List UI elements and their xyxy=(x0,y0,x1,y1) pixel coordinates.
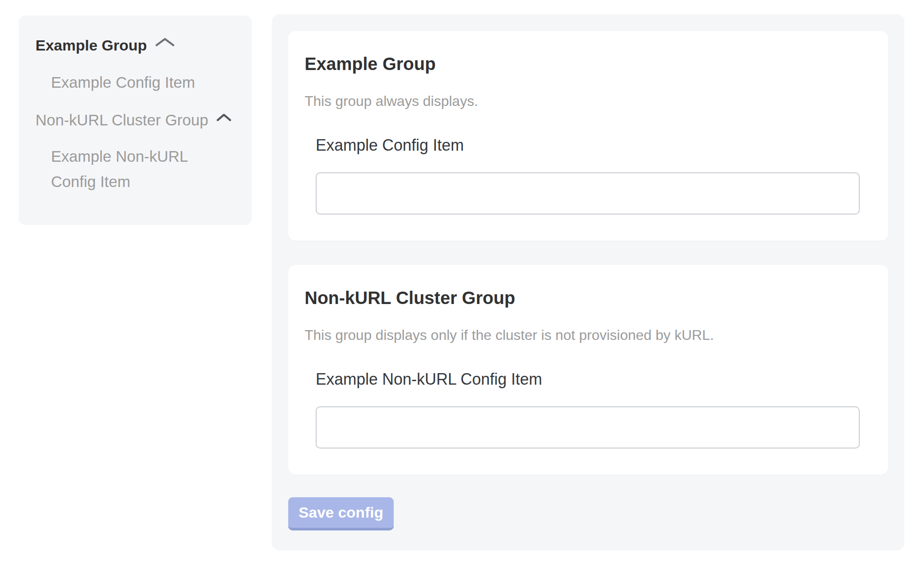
config-item-input-non-kurl[interactable] xyxy=(316,406,860,448)
group-title: Example Group xyxy=(305,51,872,77)
chevron-up-icon[interactable] xyxy=(216,109,231,131)
group-description: This group always displays. xyxy=(305,91,872,111)
config-item-label: Example Config Item xyxy=(316,134,872,156)
sidebar-group-example-group[interactable]: Example Group xyxy=(35,34,235,56)
sidebar-item-example-config-item[interactable]: Example Config Item xyxy=(51,70,204,95)
config-panel: Example Group This group always displays… xyxy=(272,14,904,550)
config-nav-sidebar: Example Group Example Config Item Non-kU… xyxy=(19,16,252,225)
group-title: Non-kURL Cluster Group xyxy=(305,285,872,311)
sidebar-group-non-kurl-cluster-group[interactable]: Non-kURL Cluster Group xyxy=(35,109,235,131)
config-item-label: Example Non-kURL Config Item xyxy=(316,368,872,390)
config-group-card-non-kurl-cluster-group: Non-kURL Cluster Group This group displa… xyxy=(288,265,888,475)
sidebar-group-label: Non-kURL Cluster Group xyxy=(35,109,208,131)
config-group-card-example-group: Example Group This group always displays… xyxy=(288,31,888,241)
group-description: This group displays only if the cluster … xyxy=(305,325,872,345)
chevron-up-icon[interactable] xyxy=(155,34,175,56)
sidebar-group-label: Example Group xyxy=(35,34,147,56)
save-config-button[interactable]: Save config xyxy=(288,497,394,530)
sidebar-item-example-non-kurl-config-item[interactable]: Example Non-kURL Config Item xyxy=(51,144,204,194)
config-item-input-example[interactable] xyxy=(316,172,860,214)
